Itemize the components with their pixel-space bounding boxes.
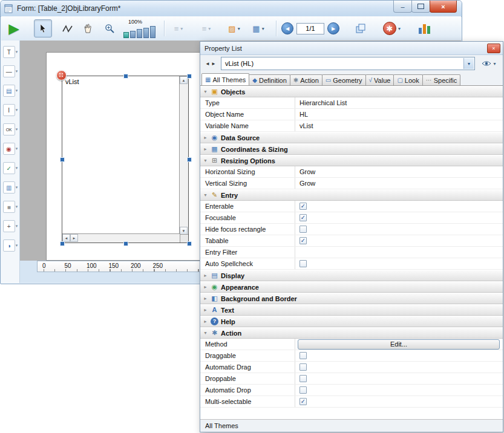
chevron-down-icon[interactable]: ▾ (16, 127, 18, 132)
expand-arrow-icon[interactable]: ► (203, 319, 208, 324)
distribute-dropdown[interactable]: ≡ ▾ (196, 20, 217, 37)
selection-handle[interactable] (187, 74, 192, 79)
align-dropdown[interactable]: ≡ ▾ (168, 20, 189, 37)
section-action[interactable]: ▼✱Action (200, 327, 503, 339)
tab-geometry[interactable]: ▭Geometry (322, 74, 366, 85)
tab-all-themes[interactable]: ▦All Themes (201, 73, 249, 85)
expand-arrow-icon[interactable]: ► (203, 273, 208, 278)
property-value[interactable]: Grow (295, 166, 503, 177)
windows-button[interactable] (353, 20, 368, 37)
chevron-down-icon[interactable]: ▾ (463, 58, 474, 69)
zoom-bar[interactable] (123, 32, 129, 38)
draw-tool-button[interactable] (59, 20, 75, 37)
collapse-arrow-icon[interactable]: ▼ (203, 90, 208, 94)
property-value[interactable] (295, 247, 503, 258)
input-tool[interactable]: I▾ (3, 104, 18, 116)
checkbox-draggable[interactable] (299, 352, 307, 359)
property-list-titlebar[interactable]: Property List × (200, 42, 503, 55)
tab-specific[interactable]: ⋯Specific (422, 74, 461, 85)
views-button[interactable] (416, 20, 432, 37)
section-resizing-options[interactable]: ▼⊞Resizing Options (200, 155, 503, 166)
checkbox-hide-focus-rectangle[interactable] (299, 226, 307, 233)
radio-tool[interactable]: ◉▾ (3, 143, 18, 155)
selection-handle[interactable] (60, 241, 65, 246)
expand-arrow-icon[interactable]: ► (203, 296, 208, 301)
chevron-down-icon[interactable]: ▾ (16, 50, 18, 54)
selection-handle[interactable] (187, 157, 192, 162)
zoom-bar[interactable] (137, 29, 142, 38)
collapse-arrow-icon[interactable]: ▼ (203, 331, 208, 335)
tab-value[interactable]: √Value (365, 74, 394, 85)
visibility-options-button[interactable]: ▾ (478, 60, 500, 67)
expand-arrow-icon[interactable]: ► (203, 308, 208, 312)
titlebar[interactable]: Form: [Table_2]ObjLibraryForm* – × (1, 1, 462, 17)
section-entry[interactable]: ▼✎Entry (200, 189, 503, 201)
nav-right-icon[interactable]: ► (211, 61, 216, 67)
splitter-tool[interactable]: +▾ (3, 220, 18, 232)
chevron-down-icon[interactable]: ▾ (16, 243, 18, 248)
expand-arrow-icon[interactable]: ► (203, 147, 208, 151)
chevron-down-icon[interactable]: ▾ (16, 185, 18, 190)
checkbox-multi-selectable[interactable]: ✓ (299, 398, 307, 405)
listbox-tool[interactable]: ▤▾ (3, 85, 18, 97)
property-value[interactable]: vList (295, 120, 503, 131)
checkbox-automatic-drag[interactable] (299, 363, 307, 371)
scroll-right-icon[interactable]: ► (70, 234, 78, 242)
section-objects[interactable]: ▼▣Objects (200, 86, 503, 97)
object-nav-buttons[interactable]: ◄ ► (203, 61, 218, 67)
maximize-button[interactable] (411, 1, 430, 13)
chevron-down-icon[interactable]: ▾ (16, 108, 18, 112)
nav-left-icon[interactable]: ◄ (205, 61, 210, 67)
next-page-button[interactable]: ▶ (327, 22, 339, 34)
pointer-tool-button[interactable] (34, 19, 52, 37)
zoom-bar[interactable] (150, 26, 155, 38)
zoom-bar[interactable] (130, 31, 136, 38)
section-coordinates-sizing[interactable]: ►▦Coordinates & Sizing (200, 143, 503, 155)
checkbox-enterable[interactable]: ✓ (299, 203, 307, 210)
chevron-down-icon[interactable]: ▾ (16, 69, 18, 74)
object-vertical-scrollbar[interactable]: ▲ ▼ (179, 76, 188, 235)
expand-arrow-icon[interactable]: ► (203, 285, 208, 289)
section-appearance[interactable]: ►◉Appearance (200, 281, 503, 293)
object-selector-dropdown[interactable]: vList (HL) ▾ (221, 57, 475, 70)
checkbox-tool[interactable]: ✓▾ (3, 162, 18, 174)
section-display[interactable]: ►▤Display (200, 270, 503, 281)
chevron-down-icon[interactable]: ▾ (16, 166, 18, 171)
zoom-bars[interactable] (123, 27, 155, 38)
previous-page-button[interactable]: ◀ (281, 22, 293, 34)
property-value[interactable]: Hierarchical List (295, 97, 503, 108)
level-dropdown[interactable]: ▨ ▾ (224, 20, 244, 37)
plugin-tool[interactable]: ◑▾ (3, 239, 18, 252)
edit-button[interactable]: Edit... (298, 339, 500, 350)
zoom-bar[interactable] (143, 28, 149, 38)
section-background-and-border[interactable]: ►◧Background and Border (200, 293, 503, 304)
object-horizontal-scrollbar[interactable]: ◄ ► (62, 233, 180, 243)
execute-form-button[interactable]: ▶ (6, 20, 22, 37)
page-indicator[interactable]: 1/1 (296, 23, 324, 34)
property-value[interactable]: Grow (295, 178, 503, 189)
property-list-close-button[interactable]: × (487, 44, 500, 53)
group-dropdown[interactable]: ▦ ▾ (248, 20, 269, 37)
rect-tool[interactable]: ■▾ (3, 201, 18, 213)
tab-look[interactable]: ▢Look (393, 74, 422, 85)
button-tool[interactable]: OK▾ (3, 123, 18, 135)
chevron-down-icon[interactable]: ▾ (16, 146, 18, 151)
section-help[interactable]: ►?Help (200, 316, 503, 327)
expand-arrow-icon[interactable]: ► (203, 135, 208, 140)
selection-handle[interactable] (123, 74, 128, 79)
selection-handle[interactable] (187, 241, 192, 246)
collapse-arrow-icon[interactable]: ▼ (203, 193, 208, 197)
checkbox-droppable[interactable] (299, 375, 307, 382)
selection-handle[interactable] (123, 241, 128, 246)
property-value[interactable]: HL (295, 109, 503, 120)
text-tool[interactable]: T▾ (3, 46, 18, 58)
checkbox-automatic-drop[interactable] (299, 386, 307, 394)
object-method-badge[interactable] (56, 70, 67, 80)
hand-tool-button[interactable] (80, 20, 96, 37)
line-tool[interactable]: —▾ (3, 65, 18, 77)
collapse-arrow-icon[interactable]: ▼ (203, 158, 208, 163)
tab-definition[interactable]: ◆Definition (249, 74, 290, 85)
form-events-button[interactable]: ✱ ▾ (381, 20, 403, 37)
vlist-object[interactable]: vList ▲ ▼ ◄ ► (62, 76, 189, 243)
zoom-tool-button[interactable] (102, 20, 117, 37)
